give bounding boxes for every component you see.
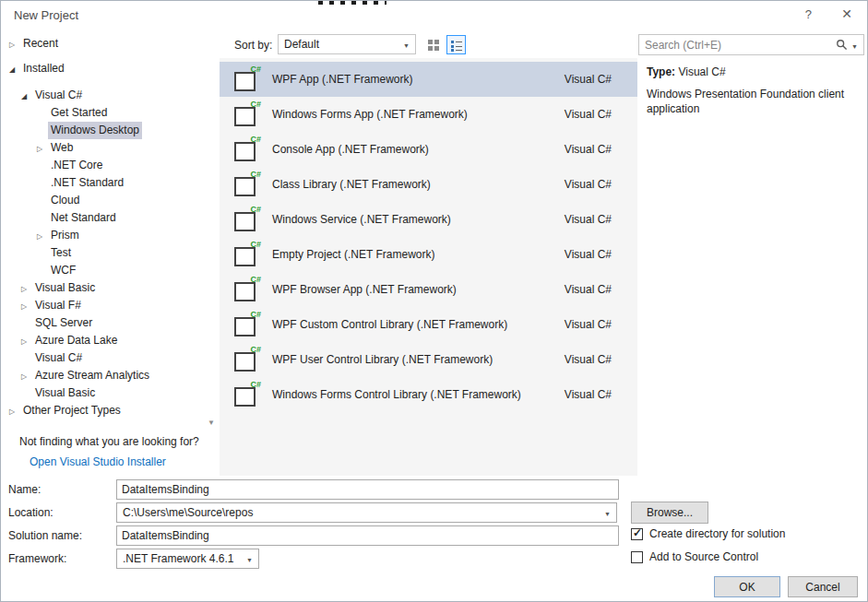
wpf-custom-control-library-icon: C# <box>232 311 263 338</box>
expander-collapsed-icon[interactable] <box>9 402 20 420</box>
tree-item-windows-desktop[interactable]: Windows Desktop <box>2 122 207 139</box>
windows-service-icon: C# <box>232 206 263 233</box>
create-directory-row: Create directory for solution <box>631 527 785 540</box>
template-row-windows-service[interactable]: C# Windows Service (.NET Framework) Visu… <box>220 202 637 237</box>
template-row-empty-project[interactable]: C# Empty Project (.NET Framework) Visual… <box>220 237 637 272</box>
list-view-button[interactable] <box>446 35 466 54</box>
tree-item-other-project-types[interactable]: Other Project Types <box>2 402 207 419</box>
chevron-down-icon <box>246 552 253 565</box>
tree-item-visual-csharp-2[interactable]: Visual C# <box>2 349 207 367</box>
tree-item-azure-stream-analytics[interactable]: Azure Stream Analytics <box>2 367 207 384</box>
not-finding-text: Not finding what you are looking for? <box>19 435 199 448</box>
chevron-down-icon[interactable] <box>604 506 611 519</box>
wpf-user-control-library-icon: C# <box>232 346 263 373</box>
search-input[interactable] <box>639 39 836 52</box>
cancel-button[interactable]: Cancel <box>788 576 858 597</box>
template-list: C# WPF App (.NET Framework) Visual C# C#… <box>220 58 637 476</box>
search-icon[interactable] <box>836 39 848 51</box>
open-installer-link[interactable]: Open Visual Studio Installer <box>30 455 166 468</box>
name-label: Name: <box>8 483 41 496</box>
project-name-input[interactable] <box>116 479 619 500</box>
solution-name-input[interactable] <box>116 525 619 546</box>
framework-label: Framework: <box>8 552 66 565</box>
location-combobox[interactable]: C:\Users\me\Source\repos <box>116 502 617 523</box>
wpf-app-icon: C# <box>232 65 263 93</box>
source-control-label: Add to Source Control <box>649 550 758 563</box>
wpf-browser-app-icon: C# <box>232 276 263 303</box>
template-row-wpf-browser-app[interactable]: C# WPF Browser App (.NET Framework) Visu… <box>220 272 637 307</box>
dialog-title: New Project <box>14 8 78 22</box>
framework-value: .NET Framework 4.6.1 <box>123 552 233 565</box>
tree-item-recent[interactable]: Recent <box>2 35 207 53</box>
template-row-wpf-custom-control-library[interactable]: C# WPF Custom Control Library (.NET Fram… <box>220 307 637 342</box>
type-label: Type: <box>647 65 675 78</box>
expander-collapsed-icon[interactable] <box>21 332 32 350</box>
search-box <box>638 34 864 55</box>
expander-collapsed-icon[interactable] <box>37 227 48 245</box>
type-value: Visual C# <box>678 65 725 78</box>
background-window-artifact <box>318 1 386 5</box>
sort-by-label: Sort by: <box>234 39 272 52</box>
expander-collapsed-icon[interactable] <box>9 35 20 53</box>
class-library-icon: C# <box>232 171 263 198</box>
template-row-wpf-app[interactable]: C# WPF App (.NET Framework) Visual C# <box>220 62 637 97</box>
tree-item-visual-basic[interactable]: Visual Basic <box>2 279 207 297</box>
expander-collapsed-icon[interactable] <box>37 139 48 158</box>
expander-collapsed-icon[interactable] <box>21 367 32 385</box>
ok-button[interactable]: OK <box>714 576 780 597</box>
template-type-line: Type: Visual C# <box>647 65 726 78</box>
expander-collapsed-icon[interactable] <box>21 297 32 315</box>
sort-by-value: Default <box>284 38 319 51</box>
tree-item-azure-data-lake[interactable]: Azure Data Lake <box>2 332 207 349</box>
expander-expanded-icon[interactable] <box>9 60 20 78</box>
expander-collapsed-icon[interactable] <box>21 279 32 298</box>
source-control-row: Add to Source Control <box>631 550 758 563</box>
template-row-console-app[interactable]: C# Console App (.NET Framework) Visual C… <box>220 132 637 167</box>
template-description: Windows Presentation Foundation client a… <box>647 87 857 116</box>
tree-item-cloud[interactable]: Cloud <box>2 192 207 209</box>
tree-item-prism[interactable]: Prism <box>2 227 207 244</box>
tree-item-get-started[interactable]: Get Started <box>2 104 207 122</box>
console-app-icon: C# <box>232 136 263 163</box>
scrollbar-down-arrow-icon[interactable] <box>208 415 215 428</box>
empty-project-icon: C# <box>232 241 263 268</box>
small-icons-view-button[interactable] <box>423 35 443 54</box>
create-directory-checkbox[interactable] <box>631 528 643 540</box>
windows-forms-app-icon: C# <box>232 100 263 128</box>
sort-by-dropdown[interactable]: Default <box>278 34 416 54</box>
template-row-windows-forms-app[interactable]: C# Windows Forms App (.NET Framework) Vi… <box>220 97 637 132</box>
location-value: C:\Users\me\Source\repos <box>123 506 253 519</box>
tree-item-net-standard-2[interactable]: Net Standard <box>2 209 207 227</box>
search-options-caret-icon[interactable] <box>851 39 858 52</box>
list-view-icon <box>450 39 463 52</box>
tree-item-visual-csharp[interactable]: Visual C# <box>2 87 207 104</box>
new-project-dialog: New Project ? ✕ Recent Installed Visual … <box>0 0 868 602</box>
tree-item-net-standard[interactable]: .NET Standard <box>2 174 207 192</box>
tree-item-sql-server[interactable]: SQL Server <box>2 314 207 332</box>
category-tree: Recent Installed Visual C# Get Started W… <box>2 35 207 419</box>
chevron-down-icon <box>403 38 410 51</box>
create-directory-label: Create directory for solution <box>649 527 785 540</box>
tree-item-wcf[interactable]: WCF <box>2 262 207 279</box>
template-row-class-library[interactable]: C# Class Library (.NET Framework) Visual… <box>220 167 637 202</box>
tree-item-web[interactable]: Web <box>2 139 207 157</box>
template-row-wpf-user-control-library[interactable]: C# WPF User Control Library (.NET Framew… <box>220 342 637 377</box>
tree-item-visual-basic-2[interactable]: Visual Basic <box>2 384 207 402</box>
solution-name-label: Solution name: <box>8 529 82 542</box>
browse-button[interactable]: Browse... <box>631 502 708 524</box>
framework-dropdown[interactable]: .NET Framework 4.6.1 <box>116 549 259 569</box>
expander-expanded-icon[interactable] <box>21 87 32 105</box>
close-button[interactable]: ✕ <box>841 6 852 21</box>
source-control-checkbox[interactable] <box>631 551 643 563</box>
location-label: Location: <box>8 506 54 519</box>
tree-item-visual-fsharp[interactable]: Visual F# <box>2 297 207 314</box>
tree-item-net-core[interactable]: .NET Core <box>2 157 207 174</box>
help-button[interactable]: ? <box>805 7 812 21</box>
small-icons-view-icon <box>427 39 440 52</box>
tree-item-test[interactable]: Test <box>2 244 207 262</box>
windows-forms-control-library-icon: C# <box>232 381 263 408</box>
template-row-windows-forms-control-library[interactable]: C# Windows Forms Control Library (.NET F… <box>220 377 637 412</box>
tree-item-installed[interactable]: Installed <box>2 60 207 77</box>
